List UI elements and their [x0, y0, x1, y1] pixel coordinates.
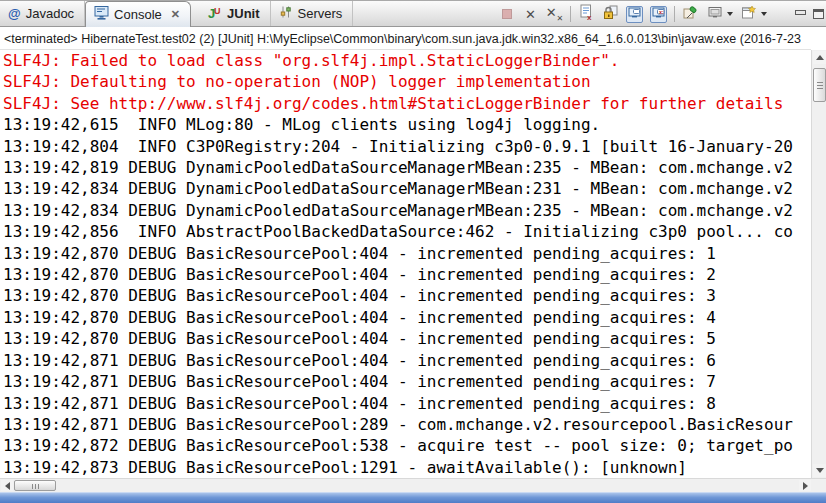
process-status-line: <terminated> HibernateTest.test02 (2) [J… [0, 28, 811, 50]
pin-console-button[interactable] [682, 6, 699, 23]
console-log-line: SLF4J: Failed to load class "org.slf4j.i… [0, 50, 811, 71]
tab-javadoc-label: Javadoc [26, 6, 74, 21]
console-log-line: 13:19:42,834 DEBUG DynamicPooledDataSour… [0, 178, 811, 199]
javadoc-icon: @ [8, 6, 21, 21]
tab-servers[interactable]: Servers [271, 1, 354, 26]
horizontal-scrollbar[interactable] [0, 478, 826, 492]
scroll-up-button[interactable] [813, 51, 826, 64]
tab-console[interactable]: Console ✕ [85, 1, 191, 27]
tab-javadoc[interactable]: @ Javadoc [0, 1, 85, 26]
clear-console-button[interactable]: x [578, 6, 595, 23]
terminate-icon [502, 9, 512, 19]
show-stdout-icon [628, 5, 642, 23]
thumb-grip [32, 484, 33, 489]
tab-console-label: Console [114, 7, 162, 22]
chevron-down-icon[interactable] [727, 12, 733, 16]
show-stderr-button[interactable]: x: [650, 6, 667, 23]
console-log-line: 13:19:42,870 DEBUG BasicResourcePool:404… [0, 328, 811, 349]
console-log-line: SLF4J: See http://www.slf4j.org/codes.ht… [0, 93, 811, 114]
console-toolbar: ✕ ✕✕ x [498, 3, 824, 25]
view-tab-bar: @ Javadoc Console ✕ J U JUnit [0, 1, 826, 27]
console-icon [94, 6, 109, 23]
close-icon[interactable]: ✕ [171, 8, 180, 21]
chevron-down-icon[interactable] [761, 12, 767, 16]
scroll-right-button[interactable] [799, 480, 811, 491]
vertical-scroll-thumb[interactable] [813, 68, 826, 102]
remove-launch-button[interactable]: ✕ [522, 6, 539, 23]
svg-text:x:: x: [659, 9, 664, 15]
scroll-up-icon [816, 55, 824, 60]
display-console-button[interactable] [706, 6, 723, 23]
vertical-scrollbar[interactable] [811, 50, 826, 478]
horizontal-scroll-thumb[interactable] [14, 480, 56, 491]
remove-launch-icon: ✕ [525, 8, 536, 21]
show-stderr-icon: x: [652, 5, 666, 23]
console-log-line: 13:19:42,873 DEBUG BasicResourcePool:129… [0, 457, 811, 478]
open-console-button[interactable] [740, 6, 757, 23]
svg-text:U: U [214, 6, 221, 16]
scroll-down-icon [816, 468, 824, 473]
scroll-lock-button[interactable] [602, 6, 619, 23]
console-log-line: 13:19:42,871 DEBUG BasicResourcePool:404… [0, 350, 811, 371]
tab-junit[interactable]: J U JUnit [199, 1, 271, 26]
console-log-line: 13:19:42,804 INFO C3P0Registry:204 - Ini… [0, 136, 811, 157]
window-bottom-edge [0, 492, 826, 503]
terminate-button[interactable] [498, 6, 515, 23]
thumb-grip [817, 82, 823, 83]
remove-all-icon: ✕✕ [546, 6, 564, 23]
pin-console-icon [683, 5, 698, 24]
scroll-right-icon [803, 482, 808, 490]
console-log-line: 13:19:42,856 INFO AbstractPoolBackedData… [0, 221, 811, 242]
console-log-line: 13:19:42,872 DEBUG BasicResourcePool:538… [0, 435, 811, 456]
console-log-line: 13:19:42,870 DEBUG BasicResourcePool:404… [0, 264, 811, 285]
toolbar-separator [674, 6, 675, 22]
remove-all-launches-button[interactable]: ✕✕ [546, 6, 563, 23]
console-log-line: 13:19:42,870 DEBUG BasicResourcePool:404… [0, 307, 811, 328]
show-stdout-button[interactable] [626, 6, 643, 23]
clear-console-icon: x [579, 4, 594, 24]
open-console-icon [741, 5, 756, 24]
toolbar-separator [570, 6, 571, 22]
scroll-left-icon [5, 482, 10, 490]
console-log-line: 13:19:42,871 DEBUG BasicResourcePool:404… [0, 371, 811, 392]
console-output[interactable]: SLF4J: Failed to load class "org.slf4j.i… [0, 50, 811, 478]
tab-servers-label: Servers [298, 6, 343, 21]
servers-icon [279, 5, 293, 22]
console-log-line: 13:19:42,615 INFO MLog:80 - MLog clients… [0, 114, 811, 135]
console-log-line: 13:19:42,871 DEBUG BasicResourcePool:404… [0, 393, 811, 414]
console-log-line: 13:19:42,870 DEBUG BasicResourcePool:404… [0, 285, 811, 306]
console-log-line: 13:19:42,834 DEBUG DynamicPooledDataSour… [0, 200, 811, 221]
console-log-line: SLF4J: Defaulting to no-operation (NOP) … [0, 71, 811, 92]
console-log-line: 13:19:42,871 DEBUG BasicResourcePool:289… [0, 414, 811, 435]
minimize-icon[interactable] [795, 10, 806, 19]
display-console-icon [708, 5, 722, 23]
junit-icon: J U [207, 5, 222, 23]
scroll-down-button[interactable] [813, 464, 826, 477]
tab-junit-label: JUnit [227, 6, 260, 21]
scroll-lock-icon [603, 5, 618, 24]
console-log-line: 13:19:42,870 DEBUG BasicResourcePool:404… [0, 243, 811, 264]
maximize-icon[interactable] [813, 9, 824, 19]
svg-text:x: x [587, 13, 592, 21]
console-log-line: 13:19:42,819 DEBUG DynamicPooledDataSour… [0, 157, 811, 178]
scroll-left-button[interactable] [1, 480, 13, 491]
